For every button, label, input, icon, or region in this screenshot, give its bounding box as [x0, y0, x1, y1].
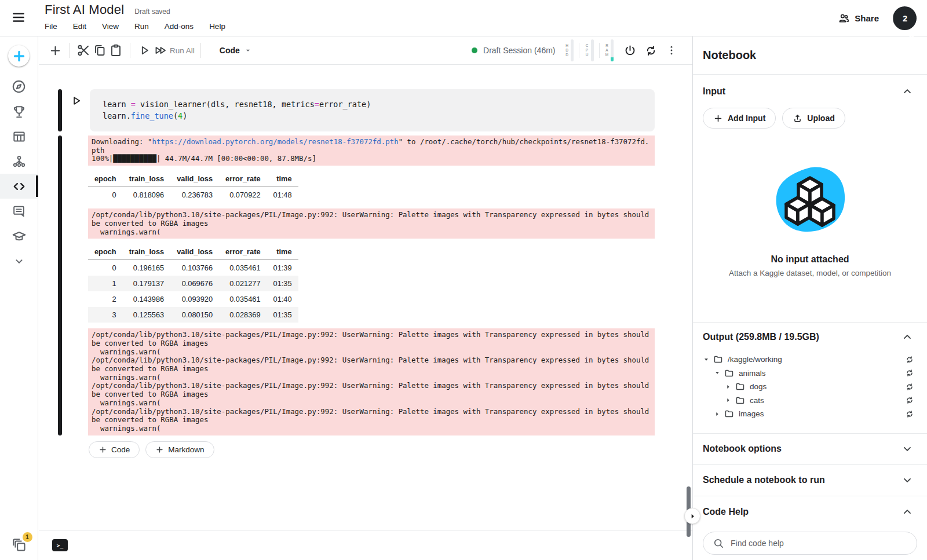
hamburger-menu-icon[interactable] [10, 9, 27, 25]
run-all-icon[interactable] [152, 42, 169, 58]
table-col-header: time [267, 244, 298, 260]
menu-view[interactable]: View [102, 22, 119, 31]
copy-cell-icon[interactable] [92, 42, 108, 58]
schedule-notebook-section[interactable]: Schedule a notebook to run [693, 465, 927, 496]
menu-edit[interactable]: Edit [73, 22, 86, 31]
ram-gauge[interactable]: RAM [605, 39, 614, 61]
menubar: File Edit View Run Add-ons Help [45, 22, 225, 31]
add-cell-icon[interactable] [47, 42, 63, 58]
epoch-table-2: epochtrain_lossvalid_losserror_ratetime0… [88, 244, 298, 323]
power-icon[interactable] [622, 42, 638, 58]
caret-down-icon [244, 47, 251, 54]
upload-icon [793, 114, 802, 123]
sidebar-item-discussions[interactable] [0, 199, 38, 224]
tree-item-animals[interactable]: animals [693, 367, 927, 380]
comment-icon [12, 204, 26, 218]
no-input-title: No input attached [693, 254, 927, 265]
trophy-icon [12, 104, 27, 119]
tree-item-kaggle-working[interactable]: /kaggle/working [693, 353, 927, 367]
input-section-header[interactable]: Input [693, 86, 927, 97]
sidebar-item-competitions[interactable] [0, 99, 38, 124]
notebook-scroll-area[interactable]: learn = vision_learner(dls, resnet18, me… [39, 65, 692, 530]
create-button[interactable] [8, 45, 30, 67]
people-icon [838, 12, 850, 24]
caret-down-icon[interactable] [714, 370, 721, 376]
chevron-down-icon[interactable] [902, 474, 913, 486]
compass-icon [11, 79, 27, 94]
run-this-cell-icon[interactable] [69, 94, 83, 108]
chevron-up-icon[interactable] [902, 506, 913, 518]
chevron-up-icon[interactable] [902, 86, 913, 97]
restart-session-icon[interactable] [643, 42, 659, 58]
table-col-header: train_loss [123, 244, 170, 260]
output-section-header[interactable]: Output (259.8MB / 19.5GB) [693, 331, 927, 343]
menu-file[interactable]: File [45, 22, 57, 31]
paste-cell-icon[interactable] [108, 42, 124, 58]
output-focus-bar[interactable] [58, 136, 62, 435]
add-code-cell-button[interactable]: Code [89, 441, 140, 458]
share-button[interactable]: Share [838, 12, 879, 24]
caret-right-icon[interactable] [714, 411, 721, 417]
refresh-icon[interactable] [905, 368, 914, 378]
table-col-header: error_rate [219, 244, 267, 260]
code-editor[interactable]: learn = vision_learner(dls, resnet18, me… [90, 89, 655, 131]
refresh-icon[interactable] [905, 355, 914, 364]
table-row: 10.1791370.0696760.02127701:35 [88, 276, 298, 291]
model-network-icon [12, 154, 27, 169]
no-input-subtitle: Attach a Kaggle dataset, model, or compe… [693, 269, 927, 277]
table-col-header: epoch [88, 244, 123, 260]
sidebar-item-home[interactable] [0, 74, 38, 99]
table-col-header: time [267, 171, 298, 187]
run-cell-icon[interactable] [136, 42, 152, 58]
menu-run[interactable]: Run [134, 22, 149, 31]
console-footer: >_ [39, 530, 692, 560]
tree-item-images[interactable]: images [693, 407, 927, 421]
refresh-icon[interactable] [905, 409, 914, 419]
more-options-icon[interactable] [663, 42, 680, 58]
sidebar-item-learn[interactable] [0, 224, 38, 248]
refresh-icon[interactable] [905, 396, 914, 405]
refresh-icon[interactable] [905, 382, 914, 391]
cut-cell-icon[interactable] [75, 42, 92, 58]
search-icon [713, 537, 724, 549]
caret-right-icon[interactable] [725, 384, 732, 390]
table-row: 00.1961650.1037660.03546101:39 [88, 260, 298, 276]
folder-icon [713, 354, 723, 364]
tree-item-dogs[interactable]: dogs [693, 380, 927, 394]
code-help-section[interactable]: Code Help [693, 496, 927, 528]
menu-help[interactable]: Help [209, 22, 225, 31]
hdd-gauge[interactable]: HDD [565, 39, 574, 61]
panel-divider [693, 74, 927, 75]
notebook-title[interactable]: First AI Model [45, 2, 124, 17]
cell-type-dropdown[interactable]: Code [220, 46, 251, 55]
active-events-button[interactable]: 1 [12, 537, 27, 553]
cpu-gauge[interactable]: CPU [585, 39, 594, 61]
caret-right-icon[interactable] [725, 397, 732, 403]
upload-button[interactable]: Upload [782, 108, 845, 129]
add-input-button[interactable]: Add Input [703, 108, 776, 129]
save-version-button[interactable]: Save Version 2 [893, 6, 917, 30]
epoch-table-1: epochtrain_lossvalid_losserror_ratetime0… [88, 171, 298, 203]
menu-add-ons[interactable]: Add-ons [165, 22, 194, 31]
panel-collapse-toggle[interactable] [684, 508, 700, 524]
sidebar-item-datasets[interactable] [0, 124, 38, 149]
chevron-down-icon[interactable] [902, 443, 913, 455]
run-all-label[interactable]: Run All [170, 46, 195, 55]
add-markdown-cell-button[interactable]: Markdown [145, 441, 214, 458]
session-status-dot [472, 47, 477, 53]
session-status-label[interactable]: Draft Session (46m) [483, 46, 555, 55]
folder-icon [724, 409, 734, 419]
terminal-icon[interactable]: >_ [52, 539, 68, 551]
caret-down-icon[interactable] [703, 357, 710, 363]
folder-icon [735, 382, 745, 391]
sidebar-item-code[interactable] [0, 174, 38, 199]
sidebar-item-models[interactable] [0, 149, 38, 174]
code-help-search-input[interactable] [731, 539, 907, 548]
sidebar-item-more[interactable] [0, 248, 38, 273]
download-url-link[interactable]: https://download.pytorch.org/models/resn… [152, 137, 398, 146]
notebook-options-section[interactable]: Notebook options [693, 434, 927, 465]
tree-item-cats[interactable]: cats [693, 394, 927, 408]
chevron-up-icon[interactable] [902, 331, 913, 343]
cell-focus-bar[interactable] [58, 89, 62, 131]
version-count-badge[interactable]: 2 [893, 6, 917, 30]
